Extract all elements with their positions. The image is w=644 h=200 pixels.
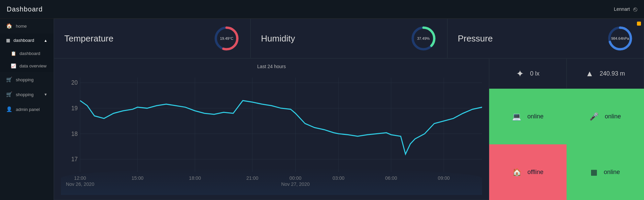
humidity-card: Humidity 37.49% <box>250 19 447 58</box>
home-icon: 🏠 <box>6 23 12 29</box>
svg-text:20: 20 <box>71 79 78 86</box>
laptop-online-button[interactable]: 💻 online <box>489 89 567 144</box>
pressure-value: 984.64hPa <box>611 36 629 40</box>
data-overview-icon: 📈 <box>11 63 16 68</box>
info-widgets: ✦ 0 lx ▲ 240.93 m <box>489 58 644 89</box>
sensor-cards: Temperature 19.49°C Humidity <box>54 19 644 58</box>
home-offline-button[interactable]: 🏠 offline <box>489 144 567 200</box>
temperature-gauge: 19.49°C <box>213 25 240 52</box>
brightness-icon: ✦ <box>516 68 524 79</box>
sidebar-item-home-label: home <box>16 24 27 29</box>
chart-area: 20 19 18 17 12:00 Nov 26, 2020 15:00 18:… <box>61 73 482 195</box>
chart-bottom-wave <box>61 168 482 195</box>
app-title: Dashboard <box>7 5 43 13</box>
logout-icon[interactable]: ⎋ <box>633 5 637 13</box>
home-status-icon: 🏠 <box>512 168 521 177</box>
mic-online-label: online <box>605 113 621 120</box>
svg-text:18: 18 <box>71 130 78 137</box>
home-offline-label: offline <box>528 169 544 176</box>
sidebar-item-dashboard-label: dashboard <box>20 51 40 56</box>
bottom-row: Last 24 hours <box>54 58 644 200</box>
content-area: Temperature 19.49°C Humidity <box>54 19 644 200</box>
sidebar-item-admin-panel[interactable]: 👤 admin panel <box>0 102 54 117</box>
chevron-up-icon: ▲ <box>44 38 47 42</box>
sidebar-dashboard-header[interactable]: ▦ dashboard ▲ <box>0 33 54 47</box>
humidity-gauge: 37.49% <box>410 25 437 52</box>
top-header: Dashboard Lennart ⎋ <box>0 0 644 19</box>
sidebar-item-shopping-link[interactable]: 🛒 shopping <box>0 72 54 87</box>
mic-online-button[interactable]: 🎤 online <box>567 89 644 144</box>
sidebar-item-admin-label: admin panel <box>16 107 40 112</box>
shopping2-icon: 🛒 <box>6 91 12 97</box>
shopping-icon: 🛒 <box>6 77 12 83</box>
sidebar: 🏠 home ▦ dashboard ▲ 📋 dashboard 📈 data … <box>0 19 54 200</box>
grid-online-button[interactable]: ▦ online <box>567 144 644 200</box>
sidebar-item-dashboard[interactable]: 📋 dashboard <box>0 47 54 60</box>
laptop-online-label: online <box>527 113 543 120</box>
grid-online-label: online <box>604 169 620 176</box>
sidebar-item-data-overview-label: data overview <box>20 63 46 68</box>
right-panel: ✦ 0 lx ▲ 240.93 m 💻 online 🎤 <box>489 58 644 200</box>
humidity-label: Humidity <box>261 33 295 44</box>
user-area: Lennart ⎋ <box>614 5 637 13</box>
pressure-label: Pressure <box>458 33 493 44</box>
status-grid: 💻 online 🎤 online 🏠 offline ▦ online <box>489 89 644 200</box>
grid-icon: ▦ <box>590 168 598 177</box>
altitude-value: 240.93 m <box>600 70 625 77</box>
temperature-card: Temperature 19.49°C <box>54 19 250 58</box>
username: Lennart <box>614 6 630 12</box>
altitude-widget: ▲ 240.93 m <box>567 58 644 89</box>
mic-icon: 🎤 <box>589 112 599 121</box>
sidebar-item-shopping-section[interactable]: 🛒 shopping ▼ <box>0 87 54 102</box>
altitude-icon: ▲ <box>586 69 594 78</box>
brightness-value: 0 lx <box>530 70 539 77</box>
admin-icon: 👤 <box>6 106 12 112</box>
main-layout: 🏠 home ▦ dashboard ▲ 📋 dashboard 📈 data … <box>0 19 644 200</box>
humidity-value: 37.49% <box>417 36 430 40</box>
sidebar-item-shopping-section-label: shopping <box>16 92 34 97</box>
chart-title: Last 24 hours <box>61 64 482 69</box>
svg-text:17: 17 <box>71 156 78 163</box>
chart-section: Last 24 hours <box>54 58 489 200</box>
chevron-down-icon: ▼ <box>44 92 47 96</box>
pressure-indicator-dot <box>637 22 641 26</box>
brightness-widget: ✦ 0 lx <box>489 58 567 89</box>
sidebar-section-dashboard: ▦ dashboard ▲ 📋 dashboard 📈 data overvie… <box>0 33 54 72</box>
sidebar-dashboard-label: dashboard <box>13 38 34 43</box>
pressure-gauge: 984.64hPa <box>607 25 634 52</box>
sidebar-item-shopping-link-label: shopping <box>16 77 34 82</box>
sidebar-item-data-overview[interactable]: 📈 data overview <box>0 60 54 72</box>
sidebar-item-home[interactable]: 🏠 home <box>0 19 54 33</box>
temperature-label: Temperature <box>64 33 113 44</box>
dashboard-sub-icon: 📋 <box>11 51 16 56</box>
pressure-card: Pressure 984.64hPa <box>447 19 644 58</box>
temperature-value: 19.49°C <box>220 36 233 40</box>
laptop-icon: 💻 <box>512 112 521 121</box>
svg-text:19: 19 <box>71 105 78 112</box>
dashboard-section-icon: ▦ <box>6 38 10 43</box>
